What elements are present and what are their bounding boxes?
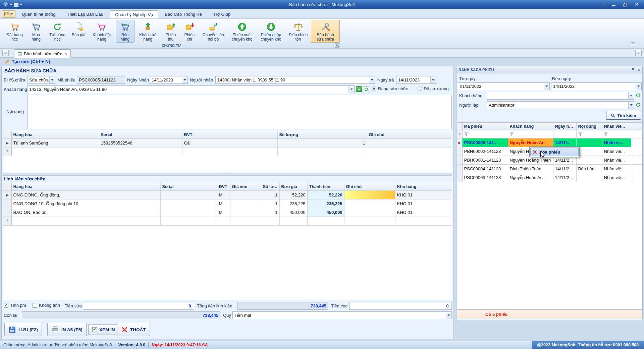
minimize-button[interactable]: [610, 2, 617, 8]
col-header[interactable]: Nhân viê...: [602, 123, 631, 130]
chevron-down-icon[interactable]: [636, 83, 641, 90]
print-button[interactable]: IN A5 (F5): [47, 323, 87, 336]
repair-type-select[interactable]: Sửa chữa: [27, 76, 55, 84]
col-header[interactable]: ĐVT: [217, 183, 230, 190]
table-row[interactable]: ▶ ONG DONG, Ống đồng, M 1 52,220 52,220 …: [3, 190, 452, 199]
chevron-down-icon[interactable]: [348, 86, 354, 93]
receiver-select[interactable]: 14308, Nhân viên 1, 0939 55 11 90: [215, 76, 375, 84]
fullscreen-icon[interactable]: [599, 2, 606, 8]
filter-icon[interactable]: [464, 132, 468, 136]
chevron-down-icon[interactable]: [628, 102, 634, 109]
table-row[interactable]: BAO ON, Bảo ôn, M 1 450,000 450,000 KHO …: [3, 208, 452, 217]
col-header[interactable]: Số lư...: [261, 183, 279, 190]
ribbon-phieu-chi[interactable]: Phiếu chi: [180, 20, 199, 43]
table-new-row[interactable]: *: [3, 217, 452, 225]
ribbon-phieu-nhap-chuyen-kho[interactable]: Phiếu nhập chuyển kho: [257, 20, 285, 43]
ribbon-bao-gia[interactable]: Báo giá: [69, 20, 88, 43]
ribbon-bao-hanh-sua-chua[interactable]: Bảo hành sửa chữa: [311, 20, 340, 43]
col-header[interactable]: Serial: [99, 131, 182, 138]
col-header[interactable]: Mã phiếu: [462, 123, 508, 130]
ribbon-khach-dat-hang[interactable]: Khách đặt hàng: [88, 20, 115, 43]
pin-icon[interactable]: [631, 68, 635, 72]
filter-operator[interactable]: =: [553, 130, 576, 138]
filter-icon[interactable]: [510, 132, 514, 136]
chevron-down-icon[interactable]: [49, 76, 55, 83]
table-new-row[interactable]: *: [3, 147, 452, 156]
document-row[interactable]: PSC00003-141123 Nguyễn Hoàn An 14/11/2..…: [457, 173, 642, 182]
application-menu-button[interactable]: [2, 10, 15, 18]
col-header[interactable]: Nội dung: [576, 123, 602, 130]
ribbon-dat-hang-ncc[interactable]: Đặt hàng ncc: [3, 20, 26, 43]
col-header[interactable]: Serial: [160, 183, 217, 190]
close-button[interactable]: ×: [633, 2, 640, 8]
ribbon-collapse-icon[interactable]: ⌃: [631, 42, 635, 47]
to-date-picker[interactable]: 14/11/2023: [551, 82, 642, 90]
tab-bao-hanh-sua-chua-document[interactable]: Bảo hành sửa chữa ×: [14, 49, 71, 58]
exit-button[interactable]: THOÁT: [117, 323, 150, 336]
tab-quan-tri-he-thong[interactable]: Quản trị hệ thống: [17, 10, 60, 18]
restore-button[interactable]: [622, 2, 629, 8]
refresh-customer-filter-icon[interactable]: [636, 93, 641, 98]
document-row-selected[interactable]: ▶ PSC00005-141... Nguyễn Hoàn An 14/11/.…: [457, 138, 642, 147]
search-button[interactable]: Tìm kiếm: [606, 111, 641, 120]
ribbon-mua-hang[interactable]: Mua hàng: [26, 20, 46, 43]
no-fee-checkbox[interactable]: Không tính: [33, 303, 60, 308]
tab-thiet-lap-ban-dau[interactable]: Thiết Lập Ban Đầu: [62, 10, 108, 18]
splitter-handle[interactable]: ····: [3, 173, 452, 176]
tab-quan-ly-nghiep-vu[interactable]: Quản Lý Nghiệp Vụ: [110, 10, 158, 18]
add-customer-button[interactable]: +: [356, 86, 362, 92]
close-all-tabs-button[interactable]: ×: [2, 50, 9, 56]
auto-filter-row[interactable]: =: [457, 130, 642, 138]
chevron-down-icon[interactable]: [430, 76, 436, 83]
refresh-customer-icon[interactable]: [363, 86, 369, 92]
parts-grid[interactable]: Hàng hóa Serial ĐVT Giá vốn Số lư... Đơn…: [3, 183, 452, 300]
panel-close-icon[interactable]: ×: [638, 68, 640, 71]
receive-date-picker[interactable]: 14/11/2023: [150, 76, 188, 84]
items-grid[interactable]: Hàng hóa Serial ĐVT Số lượng Ghi chú ▶ T…: [3, 131, 452, 172]
preview-checkbox[interactable]: [92, 327, 97, 332]
col-header[interactable]: Đơn giá: [279, 183, 307, 190]
radio-dang-sua-chua[interactable]: Đang sửa chữa: [372, 86, 408, 91]
from-date-picker[interactable]: 01/11/2023: [458, 82, 550, 90]
preview-toggle[interactable]: XEM IN: [88, 324, 119, 335]
radio-da-sua-xong[interactable]: Đã sửa xong: [418, 86, 448, 91]
col-header[interactable]: Kho hàng: [395, 183, 452, 190]
fund-select[interactable]: Tiền mặt: [232, 311, 452, 319]
ribbon-phieu-xuat-chuyen-kho[interactable]: Phiếu xuất chuyển kho: [228, 20, 257, 43]
tab-bao-cao-thong-ke[interactable]: Báo Cáo Thống Kê: [160, 10, 207, 18]
deposit-input[interactable]: 0.: [349, 302, 452, 310]
document-row[interactable]: PSC00004-141123 Đinh Thiện Toàn 14/11/2.…: [457, 164, 642, 173]
ribbon-khach-tra-hang[interactable]: Khách trả hàng: [135, 20, 161, 43]
table-row[interactable]: ▶ Tủ lạnh SamSung 1582558522546 Cái 1: [3, 138, 452, 147]
content-textarea[interactable]: [27, 95, 452, 129]
col-header[interactable]: Số lượng: [277, 131, 367, 138]
chevron-down-icon[interactable]: [182, 76, 187, 83]
chevron-down-icon[interactable]: [544, 83, 549, 90]
refresh-creator-filter-icon[interactable]: [636, 102, 641, 107]
col-header[interactable]: Thành tiền: [307, 183, 344, 190]
logo-caret-icon[interactable]: [10, 4, 12, 5]
creator-filter-select[interactable]: Administrator: [487, 101, 634, 109]
menu-item-delete[interactable]: Xóa phiếu: [530, 148, 579, 156]
doc-tab-close-icon[interactable]: ×: [64, 51, 67, 56]
ribbon-dieu-chinh-ton[interactable]: Điều chỉnh tồn: [285, 20, 311, 43]
col-header[interactable]: ĐVT: [182, 131, 277, 138]
create-new-link[interactable]: Tạo mới (Ctrl + N): [5, 59, 50, 64]
tab-tro-giup[interactable]: Trợ Giúp: [208, 10, 235, 18]
code-field[interactable]: PSC00005-141123: [77, 76, 125, 84]
filter-icon[interactable]: [604, 132, 608, 136]
fee-checkbox[interactable]: Tính phí: [4, 303, 26, 308]
repair-fee-input[interactable]: 0.: [83, 302, 194, 310]
ribbon-chuyen-tien-noi-bo[interactable]: Chuyển tiền nội bộ: [199, 20, 228, 43]
col-header[interactable]: Khách hàng: [508, 123, 553, 130]
customer-select[interactable]: 14313, Nguyễn Hoàn An, 0939 55 11 90: [27, 85, 355, 93]
col-header[interactable]: Hàng hóa: [11, 183, 160, 190]
col-header[interactable]: Giá vốn: [230, 183, 261, 190]
col-header[interactable]: Ngày nh...: [553, 123, 576, 130]
col-header[interactable]: Hàng hóa: [11, 131, 99, 138]
tabbar-close-button[interactable]: ×: [635, 50, 642, 56]
table-row[interactable]: ONG DONG 10, Ống đồng phi 10, M 1 236,22…: [3, 199, 452, 208]
quick-access-caret-icon[interactable]: [20, 4, 22, 5]
chevron-down-icon[interactable]: [628, 92, 634, 99]
ribbon-ban-hang[interactable]: Bán hàng: [116, 20, 135, 43]
